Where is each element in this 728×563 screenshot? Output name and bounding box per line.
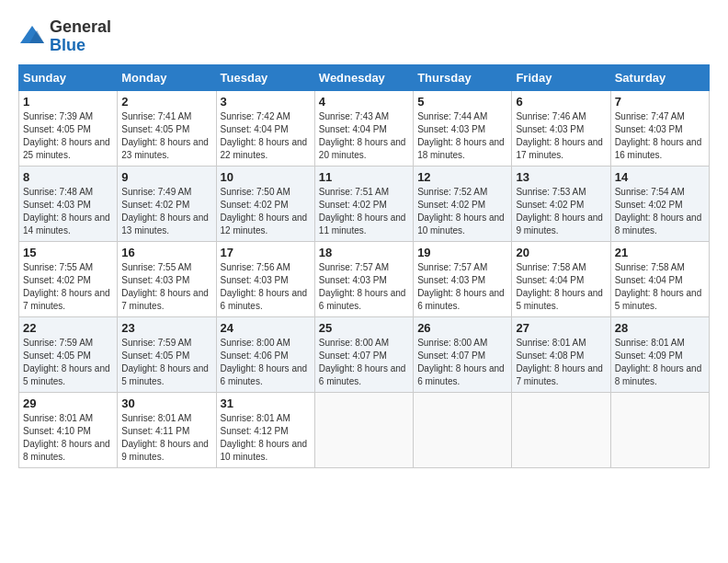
calendar-cell: 13 Sunrise: 7:53 AMSunset: 4:02 PMDaylig… bbox=[512, 166, 610, 241]
day-detail: Sunrise: 8:00 AMSunset: 4:07 PMDaylight:… bbox=[319, 337, 409, 388]
calendar-cell: 24 Sunrise: 8:00 AMSunset: 4:06 PMDaylig… bbox=[216, 316, 314, 392]
day-number: 19 bbox=[417, 246, 507, 259]
weekday-header-monday: Monday bbox=[118, 64, 216, 90]
day-detail: Sunrise: 8:00 AMSunset: 4:07 PMDaylight:… bbox=[417, 337, 507, 388]
weekday-header-wednesday: Wednesday bbox=[314, 64, 413, 90]
day-detail: Sunrise: 7:57 AMSunset: 4:03 PMDaylight:… bbox=[319, 261, 409, 313]
calendar-cell: 31 Sunrise: 8:01 AMSunset: 4:12 PMDaylig… bbox=[216, 392, 314, 467]
calendar-cell: 9 Sunrise: 7:49 AMSunset: 4:02 PMDayligh… bbox=[118, 166, 216, 241]
calendar-cell: 17 Sunrise: 7:56 AMSunset: 4:03 PMDaylig… bbox=[216, 241, 314, 316]
day-number: 27 bbox=[516, 321, 606, 335]
calendar-table: SundayMondayTuesdayWednesdayThursdayFrid… bbox=[18, 64, 710, 468]
day-number: 31 bbox=[221, 396, 311, 410]
calendar-cell: 16 Sunrise: 7:55 AMSunset: 4:03 PMDaylig… bbox=[118, 241, 216, 316]
calendar-cell: 5 Sunrise: 7:44 AMSunset: 4:03 PMDayligh… bbox=[414, 90, 512, 166]
day-number: 26 bbox=[417, 321, 507, 335]
calendar-cell: 18 Sunrise: 7:57 AMSunset: 4:03 PMDaylig… bbox=[314, 241, 413, 316]
weekday-header-sunday: Sunday bbox=[19, 64, 118, 90]
calendar-cell: 21 Sunrise: 7:58 AMSunset: 4:04 PMDaylig… bbox=[610, 241, 709, 316]
day-number: 16 bbox=[121, 246, 211, 259]
day-detail: Sunrise: 7:47 AMSunset: 4:03 PMDaylight:… bbox=[615, 110, 705, 162]
calendar-cell bbox=[512, 392, 610, 467]
day-detail: Sunrise: 8:01 AMSunset: 4:12 PMDaylight:… bbox=[221, 412, 311, 464]
day-number: 20 bbox=[516, 246, 606, 259]
day-detail: Sunrise: 7:53 AMSunset: 4:02 PMDaylight:… bbox=[516, 186, 606, 237]
day-detail: Sunrise: 7:59 AMSunset: 4:05 PMDaylight:… bbox=[23, 337, 113, 388]
calendar-cell: 1 Sunrise: 7:39 AMSunset: 4:05 PMDayligh… bbox=[19, 90, 118, 166]
day-number: 23 bbox=[121, 321, 211, 335]
day-detail: Sunrise: 7:41 AMSunset: 4:05 PMDaylight:… bbox=[121, 110, 211, 162]
day-detail: Sunrise: 8:01 AMSunset: 4:11 PMDaylight:… bbox=[121, 412, 211, 464]
calendar-cell: 7 Sunrise: 7:47 AMSunset: 4:03 PMDayligh… bbox=[610, 90, 709, 166]
day-number: 25 bbox=[319, 321, 409, 335]
day-detail: Sunrise: 8:01 AMSunset: 4:09 PMDaylight:… bbox=[615, 337, 705, 388]
day-number: 15 bbox=[23, 246, 113, 259]
day-number: 14 bbox=[615, 170, 705, 184]
calendar-cell: 22 Sunrise: 7:59 AMSunset: 4:05 PMDaylig… bbox=[19, 316, 118, 392]
calendar-cell: 29 Sunrise: 8:01 AMSunset: 4:10 PMDaylig… bbox=[19, 392, 118, 467]
calendar-cell: 28 Sunrise: 8:01 AMSunset: 4:09 PMDaylig… bbox=[610, 316, 709, 392]
day-number: 8 bbox=[23, 170, 113, 184]
calendar-cell bbox=[610, 392, 709, 467]
day-number: 28 bbox=[615, 321, 705, 335]
day-detail: Sunrise: 7:58 AMSunset: 4:04 PMDaylight:… bbox=[615, 261, 705, 313]
day-number: 4 bbox=[319, 95, 409, 109]
calendar-cell: 2 Sunrise: 7:41 AMSunset: 4:05 PMDayligh… bbox=[118, 90, 216, 166]
day-detail: Sunrise: 7:58 AMSunset: 4:04 PMDaylight:… bbox=[516, 261, 606, 313]
day-number: 3 bbox=[221, 95, 311, 109]
calendar-cell: 23 Sunrise: 7:59 AMSunset: 4:05 PMDaylig… bbox=[118, 316, 216, 392]
day-number: 1 bbox=[23, 95, 113, 109]
day-detail: Sunrise: 7:51 AMSunset: 4:02 PMDaylight:… bbox=[319, 186, 409, 237]
day-detail: Sunrise: 8:01 AMSunset: 4:08 PMDaylight:… bbox=[516, 337, 606, 388]
calendar-cell: 27 Sunrise: 8:01 AMSunset: 4:08 PMDaylig… bbox=[512, 316, 610, 392]
day-detail: Sunrise: 7:52 AMSunset: 4:02 PMDaylight:… bbox=[417, 186, 507, 237]
calendar-cell: 11 Sunrise: 7:51 AMSunset: 4:02 PMDaylig… bbox=[314, 166, 413, 241]
weekday-header-tuesday: Tuesday bbox=[216, 64, 314, 90]
day-number: 9 bbox=[121, 170, 211, 184]
day-detail: Sunrise: 7:49 AMSunset: 4:02 PMDaylight:… bbox=[121, 186, 211, 237]
weekday-header-thursday: Thursday bbox=[414, 64, 512, 90]
day-detail: Sunrise: 8:00 AMSunset: 4:06 PMDaylight:… bbox=[221, 337, 311, 388]
calendar-cell bbox=[314, 392, 413, 467]
day-detail: Sunrise: 7:55 AMSunset: 4:02 PMDaylight:… bbox=[23, 261, 113, 313]
calendar-cell: 12 Sunrise: 7:52 AMSunset: 4:02 PMDaylig… bbox=[414, 166, 512, 241]
calendar-cell: 30 Sunrise: 8:01 AMSunset: 4:11 PMDaylig… bbox=[118, 392, 216, 467]
page-header: General Blue bbox=[18, 18, 710, 55]
calendar-cell: 14 Sunrise: 7:54 AMSunset: 4:02 PMDaylig… bbox=[610, 166, 709, 241]
day-number: 13 bbox=[516, 170, 606, 184]
day-number: 29 bbox=[23, 396, 113, 410]
calendar-cell: 26 Sunrise: 8:00 AMSunset: 4:07 PMDaylig… bbox=[414, 316, 512, 392]
day-number: 12 bbox=[417, 170, 507, 184]
day-detail: Sunrise: 7:56 AMSunset: 4:03 PMDaylight:… bbox=[221, 261, 311, 313]
logo-text: General Blue bbox=[50, 18, 111, 55]
day-number: 30 bbox=[121, 396, 211, 410]
calendar-cell: 10 Sunrise: 7:50 AMSunset: 4:02 PMDaylig… bbox=[216, 166, 314, 241]
day-number: 5 bbox=[417, 95, 507, 109]
day-number: 22 bbox=[23, 321, 113, 335]
calendar-cell bbox=[414, 392, 512, 467]
calendar-cell: 8 Sunrise: 7:48 AMSunset: 4:03 PMDayligh… bbox=[19, 166, 118, 241]
day-detail: Sunrise: 7:55 AMSunset: 4:03 PMDaylight:… bbox=[121, 261, 211, 313]
weekday-header-saturday: Saturday bbox=[610, 64, 709, 90]
calendar-cell: 20 Sunrise: 7:58 AMSunset: 4:04 PMDaylig… bbox=[512, 241, 610, 316]
day-detail: Sunrise: 8:01 AMSunset: 4:10 PMDaylight:… bbox=[23, 412, 113, 464]
day-number: 21 bbox=[615, 246, 705, 259]
day-number: 17 bbox=[221, 246, 311, 259]
day-detail: Sunrise: 7:43 AMSunset: 4:04 PMDaylight:… bbox=[319, 110, 409, 162]
day-detail: Sunrise: 7:44 AMSunset: 4:03 PMDaylight:… bbox=[417, 110, 507, 162]
calendar-cell: 4 Sunrise: 7:43 AMSunset: 4:04 PMDayligh… bbox=[314, 90, 413, 166]
day-number: 2 bbox=[121, 95, 211, 109]
day-detail: Sunrise: 7:46 AMSunset: 4:03 PMDaylight:… bbox=[516, 110, 606, 162]
day-number: 10 bbox=[221, 170, 311, 184]
day-number: 6 bbox=[516, 95, 606, 109]
weekday-header-friday: Friday bbox=[512, 64, 610, 90]
day-detail: Sunrise: 7:59 AMSunset: 4:05 PMDaylight:… bbox=[121, 337, 211, 388]
day-number: 24 bbox=[221, 321, 311, 335]
calendar-cell: 25 Sunrise: 8:00 AMSunset: 4:07 PMDaylig… bbox=[314, 316, 413, 392]
day-detail: Sunrise: 7:57 AMSunset: 4:03 PMDaylight:… bbox=[417, 261, 507, 313]
calendar-cell: 3 Sunrise: 7:42 AMSunset: 4:04 PMDayligh… bbox=[216, 90, 314, 166]
logo: General Blue bbox=[18, 18, 111, 55]
logo-icon bbox=[18, 23, 46, 51]
day-detail: Sunrise: 7:42 AMSunset: 4:04 PMDaylight:… bbox=[221, 110, 311, 162]
day-detail: Sunrise: 7:54 AMSunset: 4:02 PMDaylight:… bbox=[615, 186, 705, 237]
